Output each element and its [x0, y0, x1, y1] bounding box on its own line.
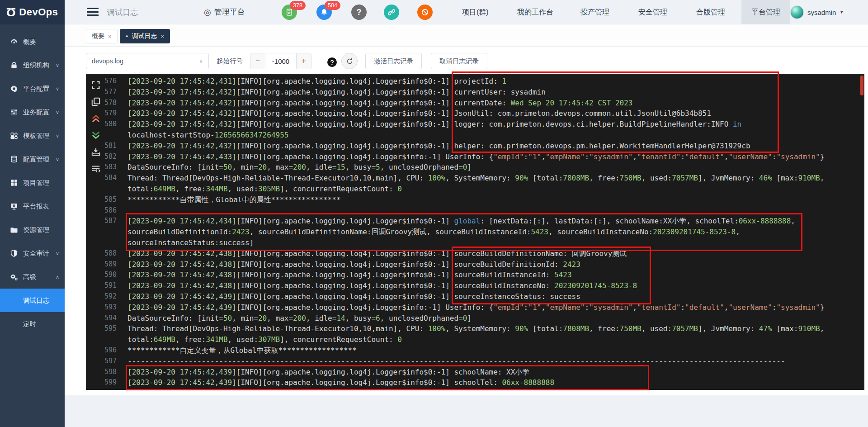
log-text: [2023-09-20 17:45:42,432][INFO][org.apac… — [117, 141, 750, 152]
log-row: 591[2023-09-20 17:45:42,438][INFO][org.a… — [86, 280, 860, 291]
log-tool-strip — [89, 80, 104, 175]
wrap-lines-icon[interactable] — [91, 164, 102, 175]
bell-button[interactable]: 504 — [316, 5, 332, 20]
sidebar-item[interactable]: 资源管理 — [0, 218, 65, 242]
topbar-page-title: 调试日志 — [107, 7, 138, 18]
log-text: total:649MB, free:341MB, used:307MB], co… — [117, 334, 402, 345]
log-row: sourceBuildDefinitionId:2423, sourceBuil… — [86, 227, 860, 237]
scroll-top-icon[interactable] — [91, 114, 102, 124]
log-row: 599[2023-09-20 17:45:42,439][INFO][org.a… — [86, 377, 860, 388]
refresh-icon — [346, 57, 354, 65]
help-button[interactable]: ? — [351, 5, 367, 20]
stepper-increment-button[interactable]: + — [296, 53, 311, 69]
sidebar-item[interactable]: 安全审计∨ — [0, 242, 65, 265]
sidebar-item[interactable]: 模板管理∨ — [0, 124, 65, 147]
grid-icon — [10, 179, 18, 187]
platform-switcher[interactable]: ◎ 管理平台 — [204, 7, 245, 17]
line-number: 593 — [86, 302, 117, 313]
log-text: ************自带属性，Global中的属性*************… — [117, 195, 341, 205]
template-icon — [10, 132, 18, 140]
log-row: 592[2023-09-20 17:45:42,439][INFO][org.a… — [86, 291, 860, 302]
scroll-bottom-icon[interactable] — [91, 130, 102, 141]
line-number: 595 — [86, 323, 117, 334]
sidebar-item[interactable]: 组织机构∨ — [0, 53, 65, 77]
refresh-button[interactable] — [341, 53, 358, 69]
log-text: ----------------------------------------… — [117, 356, 785, 367]
log-row: 595Thread: Thread[DevOps-High-Reliable-T… — [86, 323, 860, 334]
close-icon[interactable]: × — [108, 33, 112, 40]
devops-logo-icon: Ω — [6, 6, 16, 18]
brand-logo[interactable]: Ω DevOps — [0, 0, 65, 24]
sidebar-subitem-active[interactable]: 调试日志 — [0, 289, 65, 312]
sidebar-item[interactable]: 项目管理 — [0, 171, 65, 195]
notification-badge: 504 — [325, 1, 340, 10]
activate-logging-button[interactable]: 激活日志记录 — [365, 53, 422, 69]
start-line-input[interactable] — [265, 53, 296, 69]
log-text: [2023-09-20 17:45:42,438][INFO][org.apac… — [117, 270, 572, 280]
scrollbar-thumb[interactable] — [860, 76, 863, 95]
log-text: [2023-09-20 17:45:42,438][INFO][org.apac… — [117, 248, 627, 259]
copy-icon[interactable] — [91, 97, 102, 108]
page-background — [65, 395, 868, 427]
line-number: 596 — [86, 345, 117, 356]
link-icon — [387, 8, 396, 16]
help-icon[interactable]: ? — [327, 57, 337, 67]
fullscreen-icon[interactable] — [91, 80, 102, 91]
log-row: 589[2023-09-20 17:45:42,438][INFO][org.a… — [86, 259, 860, 270]
cancel-logging-button[interactable]: 取消日志记录 — [431, 53, 487, 69]
gear-icon — [10, 85, 18, 93]
nav-item[interactable]: 安全管理 — [628, 0, 677, 24]
log-row: 585************自带属性，Global中的属性**********… — [86, 195, 860, 205]
sidebar-item-label: 安全审计 — [23, 249, 49, 258]
sidebar-item[interactable]: 高级∧ — [0, 265, 65, 289]
sidebar-item[interactable]: 配置管理∨ — [0, 147, 65, 171]
log-viewer: 576[2023-09-20 17:45:42,431][INFO][org.a… — [86, 74, 864, 390]
chevron-down-icon: ∨ — [56, 157, 59, 162]
nav-item[interactable]: 合版管理 — [686, 0, 735, 24]
log-text: [2023-09-20 17:45:42,432][INFO][org.apac… — [117, 98, 632, 109]
line-number: 592 — [86, 291, 117, 302]
help-icon: ? — [357, 8, 362, 17]
log-text: sourceBuildDefinitionId:2423, sourceBuil… — [117, 227, 740, 237]
sidebar-item[interactable]: 概要 — [0, 30, 65, 53]
line-number: 588 — [86, 248, 117, 259]
tab-label: 调试日志 — [132, 32, 157, 40]
log-text — [117, 205, 127, 216]
nav-item[interactable]: 我的工作台 — [507, 0, 563, 24]
log-row: 588[2023-09-20 17:45:42,438][INFO][org.a… — [86, 248, 860, 259]
database-icon — [10, 155, 18, 163]
nav-item-active[interactable]: 平台管理 — [741, 0, 790, 24]
close-icon[interactable]: × — [160, 33, 164, 40]
log-text: DataSourceInfo: [init=50, min=20, max=20… — [117, 313, 472, 324]
chevron-down-icon: ∨ — [56, 251, 59, 256]
tab-debug-log[interactable]: ● 调试日志 × — [120, 29, 170, 43]
sidebar-item[interactable]: 业务配置∨ — [0, 100, 65, 124]
log-row: 577[2023-09-20 17:45:42,432][INFO][org.a… — [86, 87, 860, 98]
log-file-select[interactable]: devops.log ∨ — [86, 53, 209, 69]
sidebar-item-label: 高级 — [23, 273, 36, 281]
sidebar-subitem[interactable]: 定时 — [0, 312, 65, 336]
sidebar-item[interactable]: 平台报表 — [0, 195, 65, 218]
log-row: 581[2023-09-20 17:45:42,432][INFO][org.a… — [86, 141, 860, 152]
block-button[interactable] — [417, 5, 433, 20]
sidebar-item[interactable]: 平台配置∨ — [0, 77, 65, 100]
line-number — [86, 237, 117, 248]
link-button[interactable] — [384, 5, 399, 20]
log-row: 586 — [86, 205, 860, 216]
log-file-select-value: devops.log — [92, 57, 123, 65]
log-row: 590[2023-09-20 17:45:42,438][INFO][org.a… — [86, 270, 860, 280]
chevron-down-icon: ∨ — [56, 86, 59, 92]
line-number: 585 — [86, 195, 117, 205]
stepper-decrement-button[interactable]: − — [250, 53, 265, 69]
sidebar-item-label: 组织机构 — [23, 61, 49, 70]
download-icon[interactable] — [91, 147, 102, 158]
document-button[interactable]: 378 — [282, 5, 297, 20]
log-text: [2023-09-20 17:45:42,439][INFO][org.apac… — [117, 377, 554, 388]
menu-toggle-icon[interactable] — [87, 8, 99, 17]
tab-overview[interactable]: 概要 × — [86, 29, 118, 43]
nav-item[interactable]: 项目(群) — [452, 0, 499, 24]
nav-item[interactable]: 投产管理 — [571, 0, 619, 24]
log-text: [2023-09-20 17:45:42,432][INFO][org.apac… — [117, 87, 546, 98]
user-menu[interactable]: sysadmin ▼ — [790, 0, 844, 24]
log-row: sourceInstanceStatus:success] — [86, 237, 860, 248]
